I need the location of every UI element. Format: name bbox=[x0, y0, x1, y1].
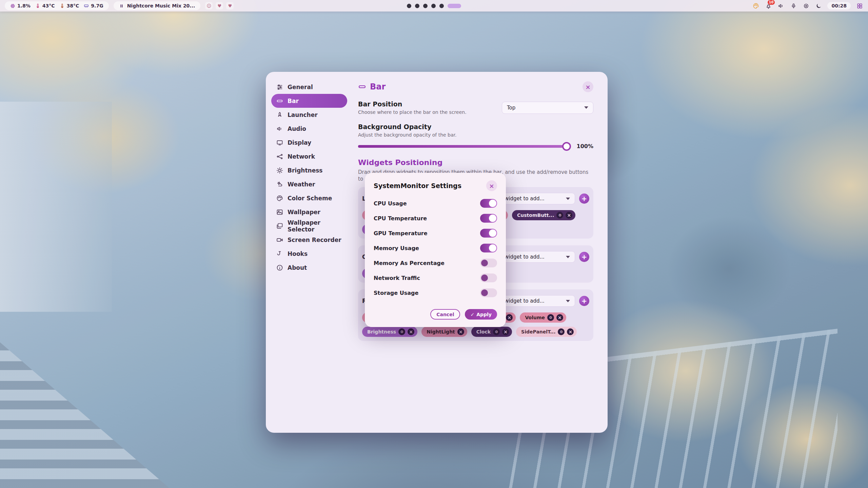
chip-remove-icon[interactable]: × bbox=[457, 328, 464, 335]
sidebar-item-launcher[interactable]: Launcher bbox=[271, 108, 347, 122]
toggle-row-storage-usage: Storage Usage bbox=[374, 285, 497, 300]
wallpaper-icon bbox=[276, 209, 283, 216]
sidebar-item-bar[interactable]: Bar bbox=[271, 94, 347, 108]
apply-button[interactable]: ✓ Apply bbox=[465, 309, 497, 320]
chip-settings-gear-icon[interactable]: ⚙ bbox=[547, 314, 554, 321]
workspace-dot[interactable] bbox=[439, 4, 444, 8]
chip-label: SidePanelT... bbox=[521, 329, 555, 334]
toggle-switch[interactable] bbox=[480, 273, 497, 282]
sidebar-item-hooks[interactable]: Hooks bbox=[271, 247, 347, 261]
sidebar-item-audio[interactable]: Audio bbox=[271, 122, 347, 136]
widget-chip-nightlight[interactable]: NightLight× bbox=[421, 327, 467, 337]
toggle-switch[interactable] bbox=[480, 214, 497, 223]
sidebar-item-brightness[interactable]: Brightness bbox=[271, 163, 347, 177]
sidebar-item-label: Network bbox=[288, 153, 315, 160]
sidebar-item-wallpaper-selector[interactable]: Wallpaper Selector bbox=[271, 219, 347, 233]
toggle-knob bbox=[481, 260, 488, 266]
sidebar-item-general[interactable]: General bbox=[271, 80, 347, 94]
workspace-dot[interactable] bbox=[415, 4, 419, 8]
widget-chip-brightness[interactable]: Brightness⚙× bbox=[362, 327, 417, 337]
background-opacity-slider-row: 100% bbox=[358, 143, 593, 149]
smiley-button[interactable]: ☺ bbox=[205, 2, 213, 9]
widget-chip-line: Brightness⚙×NightLight×Clock⚙×SidePanelT… bbox=[362, 327, 589, 337]
toggle-switch[interactable] bbox=[480, 229, 497, 238]
toggle-knob bbox=[481, 289, 488, 296]
chevron-down-icon bbox=[566, 198, 570, 200]
toggle-label: GPU Temperature bbox=[374, 230, 480, 237]
toggle-switch[interactable] bbox=[480, 244, 497, 252]
sidebar-item-about[interactable]: About bbox=[271, 261, 347, 274]
volume-icon[interactable] bbox=[777, 2, 785, 9]
chip-remove-icon[interactable]: × bbox=[408, 328, 414, 335]
heart-button[interactable]: ♥ bbox=[216, 2, 223, 9]
wallpaper-selector-icon bbox=[276, 223, 283, 229]
background-opacity-slider[interactable] bbox=[358, 145, 570, 148]
workspace-indicator bbox=[407, 0, 461, 12]
add-widget-button[interactable]: + bbox=[579, 252, 589, 262]
sidebar-item-color-scheme[interactable]: Color Scheme bbox=[271, 191, 347, 205]
toggle-knob bbox=[489, 244, 496, 252]
toggle-row-gpu-temperature: GPU Temperature bbox=[374, 226, 497, 241]
screen-recorder-icon bbox=[276, 237, 283, 243]
clock-widget[interactable]: 00:28 bbox=[827, 2, 851, 9]
cpu-icon bbox=[10, 3, 15, 8]
display-icon bbox=[276, 139, 283, 146]
notifications-bell-icon[interactable]: 10 bbox=[765, 2, 772, 9]
stat-value: 9.7G bbox=[91, 3, 103, 8]
chip-settings-gear-icon[interactable]: ⚙ bbox=[556, 212, 563, 219]
sidebar-item-weather[interactable]: Weather bbox=[271, 177, 347, 191]
slider-knob[interactable] bbox=[562, 142, 571, 151]
workspace-dot[interactable] bbox=[431, 4, 436, 8]
widget-chip-volume[interactable]: Volume⚙× bbox=[520, 312, 566, 323]
widget-chip-custombutt[interactable]: CustomButt...⚙× bbox=[512, 210, 575, 220]
window-close-button[interactable]: × bbox=[583, 81, 593, 92]
top-bar: 1.8%43°C38°C9.7G Nightcore Music Mix 20.… bbox=[0, 0, 868, 12]
bar-position-dropdown[interactable]: Top bbox=[502, 102, 593, 114]
chip-remove-icon[interactable]: × bbox=[502, 328, 509, 335]
smiley-icon: ☺ bbox=[207, 3, 212, 8]
workspace-dot[interactable] bbox=[407, 4, 411, 8]
system-stats-widget[interactable]: 1.8%43°C38°C9.7G bbox=[5, 1, 109, 10]
workspace-active-pill[interactable] bbox=[448, 4, 461, 8]
chip-remove-icon[interactable]: × bbox=[566, 212, 572, 219]
toggle-switch[interactable] bbox=[480, 288, 497, 297]
toggle-switch[interactable] bbox=[480, 259, 497, 267]
modal-close-button[interactable]: × bbox=[486, 180, 497, 191]
toggle-knob bbox=[489, 229, 496, 237]
sidebar-item-label: Screen Recorder bbox=[288, 237, 341, 243]
app-grid-icon[interactable] bbox=[856, 2, 863, 9]
chip-settings-gear-icon[interactable]: ⚙ bbox=[398, 328, 405, 335]
microphone-icon[interactable] bbox=[790, 2, 797, 9]
add-widget-button[interactable]: + bbox=[579, 194, 589, 204]
sidebar-item-network[interactable]: Network bbox=[271, 149, 347, 163]
widget-chip-sidepanelt[interactable]: SidePanelT...⚙× bbox=[516, 327, 577, 337]
chip-remove-icon[interactable]: × bbox=[506, 314, 513, 321]
bar-position-label: Bar Position bbox=[358, 100, 502, 108]
chip-label: Volume bbox=[525, 315, 545, 320]
workspace-dot[interactable] bbox=[423, 4, 428, 8]
toggle-knob bbox=[489, 215, 496, 222]
sidebar-item-screen-recorder[interactable]: Screen Recorder bbox=[271, 233, 347, 247]
color-picker-icon[interactable] bbox=[752, 2, 760, 9]
chip-settings-gear-icon[interactable]: ⚙ bbox=[558, 328, 565, 335]
night-mode-moon-icon[interactable] bbox=[815, 2, 822, 9]
chip-remove-icon[interactable]: × bbox=[556, 314, 563, 321]
chip-remove-icon[interactable]: × bbox=[567, 328, 574, 335]
chevron-down-icon bbox=[584, 106, 588, 109]
heart-button[interactable]: ♥ bbox=[226, 2, 234, 9]
screen-record-icon[interactable] bbox=[802, 2, 810, 9]
sidebar-item-wallpaper[interactable]: Wallpaper bbox=[271, 205, 347, 219]
sidebar-item-label: Wallpaper Selector bbox=[288, 219, 342, 233]
cancel-button[interactable]: Cancel bbox=[430, 309, 460, 320]
add-widget-button[interactable]: + bbox=[579, 296, 589, 306]
stat-value: 43°C bbox=[42, 3, 55, 8]
chevron-down-icon bbox=[566, 256, 570, 258]
sidebar-item-display[interactable]: Display bbox=[271, 136, 347, 149]
toggle-label: Memory As Percentage bbox=[374, 260, 480, 266]
chip-label: CustomButt... bbox=[517, 212, 554, 218]
media-widget[interactable]: Nightcore Music Mix 20... bbox=[114, 1, 201, 10]
pause-icon bbox=[119, 3, 124, 8]
widget-chip-clock[interactable]: Clock⚙× bbox=[471, 327, 512, 337]
toggle-switch[interactable] bbox=[480, 199, 497, 208]
chip-settings-gear-icon[interactable]: ⚙ bbox=[493, 328, 500, 335]
